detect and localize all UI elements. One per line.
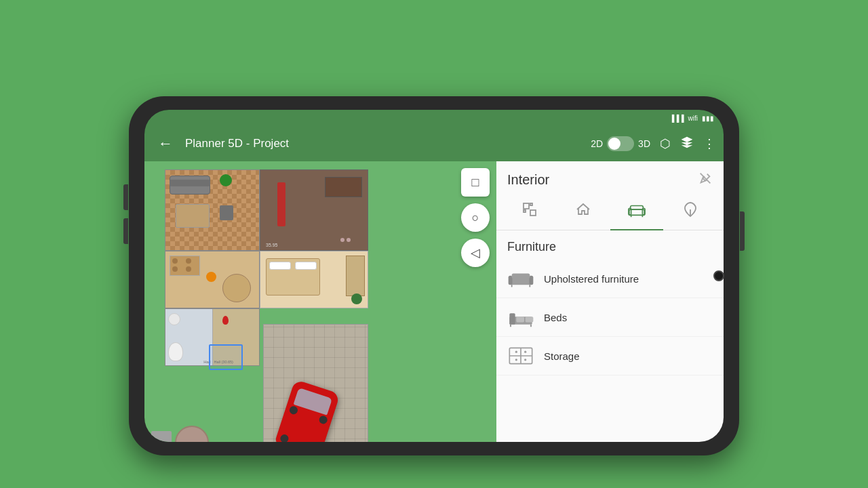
beds-icon <box>507 305 534 329</box>
phone-mockup: ▐▐▐ wifi ▮▮▮ ← Planner 5D - Project 2D 3… <box>112 79 756 472</box>
2d-label: 2D <box>591 138 603 149</box>
fp-chair <box>220 205 233 220</box>
car-windshield <box>294 388 332 415</box>
room-kitchen <box>165 251 260 308</box>
fp-bench <box>151 431 172 442</box>
3d-label: 3D <box>638 138 650 149</box>
toolbar-title: Planner 5D - Project <box>185 137 584 150</box>
more-icon[interactable]: ⋮ <box>703 136 715 151</box>
car-wheel-bl <box>279 433 290 442</box>
fp-dining-table <box>222 274 251 302</box>
view-toggle[interactable]: 2D 3D <box>591 136 650 151</box>
fp-controls <box>340 238 351 242</box>
right-panel: Interior <box>496 161 724 442</box>
fp-coffee-area <box>176 204 210 228</box>
category-upholstered[interactable]: Upholstered furniture <box>496 260 724 298</box>
beds-label: Beds <box>544 312 567 323</box>
fp-plant2 <box>351 293 362 304</box>
toolbar-controls: 2D 3D ⬡ ⋮ <box>591 136 715 152</box>
app-toolbar: ← Planner 5D - Project 2D 3D ⬡ <box>144 126 724 161</box>
fp-stove <box>170 256 200 276</box>
nature-tab-icon <box>682 201 698 222</box>
storage-label: Storage <box>544 350 580 362</box>
layers-icon[interactable] <box>680 136 694 152</box>
fp-plant-green <box>220 174 232 186</box>
back-arrow-button[interactable]: ◁ <box>461 239 490 267</box>
room-living <box>165 169 260 251</box>
square-button[interactable]: □ <box>461 168 490 197</box>
volume-up-button[interactable] <box>123 184 128 210</box>
screen-content: 35.95 <box>144 161 724 442</box>
room-dark: 35.95 <box>260 169 368 251</box>
volume-down-button[interactable] <box>123 218 128 244</box>
upholstered-icon <box>507 266 534 291</box>
status-bar: ▐▐▐ wifi ▮▮▮ <box>144 110 724 126</box>
signal-icon: ▐▐▐ <box>669 115 684 122</box>
tab-bar <box>496 196 724 230</box>
panel-title: Interior <box>507 172 549 188</box>
fp-sofa-back <box>170 180 210 186</box>
wifi-icon: wifi <box>688 115 698 122</box>
storage-icon <box>507 344 534 368</box>
fp-selection-box <box>209 344 243 370</box>
fp-sink <box>168 313 180 325</box>
svg-rect-6 <box>631 206 644 210</box>
panel-header: Interior <box>496 161 724 196</box>
category-beds[interactable]: Beds <box>496 298 724 337</box>
svg-rect-1 <box>524 203 529 209</box>
fp-toilet <box>168 342 183 361</box>
svg-point-28 <box>524 359 526 361</box>
svg-rect-17 <box>509 313 515 325</box>
fp-outdoor-table <box>175 426 209 442</box>
home-tab-icon <box>575 201 591 222</box>
toggle-switch[interactable] <box>607 136 634 151</box>
floorplan-canvas: 35.95 <box>144 161 496 442</box>
category-storage[interactable]: Storage <box>496 337 724 375</box>
tab-structure[interactable] <box>503 196 557 230</box>
svg-point-25 <box>515 351 517 353</box>
room-bath: Hall <box>165 309 213 365</box>
tab-nature[interactable] <box>663 196 717 230</box>
fp-bed <box>266 258 320 296</box>
overlay-buttons: □ ○ ◁ <box>461 168 490 267</box>
furniture-tab-icon <box>628 201 646 223</box>
back-button[interactable]: ← <box>153 132 178 155</box>
vr-icon[interactable]: ⬡ <box>660 136 671 151</box>
upholstered-label: Upholstered furniture <box>544 273 639 285</box>
svg-rect-13 <box>512 274 530 279</box>
svg-rect-18 <box>516 317 524 322</box>
fp-pillow1 <box>269 262 291 270</box>
fp-red-marker <box>222 316 229 325</box>
battery-icon: ▮▮▮ <box>702 115 714 122</box>
camera-lens <box>713 270 724 281</box>
fp-pillow2 <box>295 262 317 270</box>
svg-rect-19 <box>526 317 534 322</box>
structure-tab-icon <box>521 201 538 222</box>
fp-room-label: 35.95 <box>266 243 278 247</box>
power-button[interactable] <box>740 211 745 251</box>
svg-rect-2 <box>530 210 536 216</box>
svg-point-27 <box>515 359 517 361</box>
svg-rect-11 <box>509 276 513 285</box>
floorplan-area[interactable]: 35.95 <box>144 161 496 442</box>
fp-rug-red <box>277 182 285 226</box>
room-bedroom <box>260 251 368 308</box>
toggle-thumb <box>608 138 620 150</box>
fp-orange-dot <box>206 272 216 282</box>
furniture-section-header: Furniture <box>496 230 724 260</box>
circle-button[interactable]: ○ <box>461 203 490 232</box>
fp-wardrobe <box>346 256 365 296</box>
tab-furniture[interactable] <box>610 196 664 230</box>
svg-rect-12 <box>530 276 534 285</box>
building-footprint: 35.95 <box>165 169 368 339</box>
car-wheel-fl <box>288 405 298 415</box>
phone-screen: ▐▐▐ wifi ▮▮▮ ← Planner 5D - Project 2D 3… <box>144 110 724 442</box>
pin-icon[interactable] <box>698 171 713 189</box>
category-list: Upholstered furniture <box>496 260 724 442</box>
car-wheel-fr <box>318 415 328 425</box>
fp-desk <box>325 177 362 197</box>
tab-home[interactable] <box>557 196 610 230</box>
svg-point-26 <box>524 351 526 353</box>
phone-body: ▐▐▐ wifi ▮▮▮ ← Planner 5D - Project 2D 3… <box>129 96 739 455</box>
